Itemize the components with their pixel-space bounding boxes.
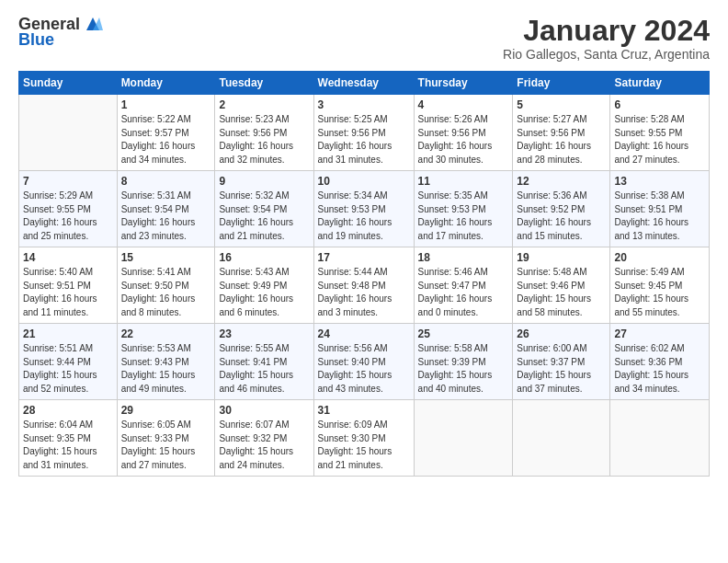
calendar-cell: 17Sunrise: 5:44 AM Sunset: 9:48 PM Dayli… — [313, 247, 414, 324]
day-info: Sunrise: 5:43 AM Sunset: 9:49 PM Dayligh… — [219, 266, 309, 319]
day-number: 29 — [121, 404, 211, 417]
day-info: Sunrise: 5:56 AM Sunset: 9:40 PM Dayligh… — [318, 342, 410, 396]
logo: General Blue — [18, 15, 103, 50]
day-number: 12 — [517, 175, 606, 188]
day-number: 8 — [121, 175, 211, 188]
day-number: 25 — [418, 327, 509, 340]
week-row-2: 7Sunrise: 5:29 AM Sunset: 9:55 PM Daylig… — [19, 171, 710, 247]
calendar-cell: 21Sunrise: 5:51 AM Sunset: 9:44 PM Dayli… — [19, 324, 118, 400]
day-info: Sunrise: 6:05 AM Sunset: 9:33 PM Dayligh… — [121, 419, 211, 472]
calendar-cell: 22Sunrise: 5:53 AM Sunset: 9:43 PM Dayli… — [117, 324, 215, 400]
calendar-cell: 2Sunrise: 5:23 AM Sunset: 9:56 PM Daylig… — [215, 95, 313, 171]
day-info: Sunrise: 5:28 AM Sunset: 9:55 PM Dayligh… — [614, 113, 705, 167]
day-number: 31 — [318, 404, 410, 417]
day-info: Sunrise: 6:07 AM Sunset: 9:32 PM Dayligh… — [219, 419, 309, 472]
day-number: 21 — [23, 327, 113, 340]
day-header-wednesday: Wednesday — [313, 72, 414, 95]
day-number: 3 — [318, 98, 410, 111]
calendar-cell — [610, 400, 710, 477]
day-info: Sunrise: 5:49 AM Sunset: 9:45 PM Dayligh… — [614, 266, 705, 319]
day-info: Sunrise: 5:23 AM Sunset: 9:56 PM Dayligh… — [219, 113, 309, 167]
calendar-cell: 19Sunrise: 5:48 AM Sunset: 9:46 PM Dayli… — [513, 247, 610, 324]
calendar-cell: 8Sunrise: 5:31 AM Sunset: 9:54 PM Daylig… — [117, 171, 215, 247]
page: General Blue January 2024 Rio Gallegos, … — [0, 0, 728, 563]
calendar-cell: 27Sunrise: 6:02 AM Sunset: 9:36 PM Dayli… — [610, 324, 710, 400]
day-info: Sunrise: 6:02 AM Sunset: 9:36 PM Dayligh… — [614, 342, 705, 396]
day-info: Sunrise: 5:53 AM Sunset: 9:43 PM Dayligh… — [121, 342, 211, 396]
calendar-cell: 3Sunrise: 5:25 AM Sunset: 9:56 PM Daylig… — [313, 95, 414, 171]
day-number: 7 — [23, 175, 113, 188]
day-info: Sunrise: 5:31 AM Sunset: 9:54 PM Dayligh… — [121, 190, 211, 243]
calendar-table: SundayMondayTuesdayWednesdayThursdayFrid… — [18, 71, 710, 477]
day-number: 23 — [219, 327, 309, 340]
day-number: 2 — [219, 98, 309, 111]
calendar-cell: 5Sunrise: 5:27 AM Sunset: 9:56 PM Daylig… — [513, 95, 610, 171]
calendar-cell: 24Sunrise: 5:56 AM Sunset: 9:40 PM Dayli… — [313, 324, 414, 400]
day-header-friday: Friday — [513, 72, 610, 95]
day-info: Sunrise: 5:25 AM Sunset: 9:56 PM Dayligh… — [318, 113, 410, 167]
day-info: Sunrise: 5:35 AM Sunset: 9:53 PM Dayligh… — [418, 190, 509, 243]
day-number: 5 — [517, 98, 606, 111]
calendar-cell: 18Sunrise: 5:46 AM Sunset: 9:47 PM Dayli… — [414, 247, 513, 324]
calendar-cell: 16Sunrise: 5:43 AM Sunset: 9:49 PM Dayli… — [215, 247, 313, 324]
calendar-cell: 1Sunrise: 5:22 AM Sunset: 9:57 PM Daylig… — [117, 95, 215, 171]
day-number: 24 — [318, 327, 410, 340]
header-row: SundayMondayTuesdayWednesdayThursdayFrid… — [19, 72, 710, 95]
calendar-cell: 15Sunrise: 5:41 AM Sunset: 9:50 PM Dayli… — [117, 247, 215, 324]
week-row-1: 1Sunrise: 5:22 AM Sunset: 9:57 PM Daylig… — [19, 95, 710, 171]
calendar-cell: 12Sunrise: 5:36 AM Sunset: 9:52 PM Dayli… — [513, 171, 610, 247]
day-info: Sunrise: 5:22 AM Sunset: 9:57 PM Dayligh… — [121, 113, 211, 167]
sub-title: Rio Gallegos, Santa Cruz, Argentina — [503, 47, 710, 62]
day-number: 14 — [23, 251, 113, 264]
day-number: 17 — [318, 251, 410, 264]
day-number: 9 — [219, 175, 309, 188]
calendar-cell: 11Sunrise: 5:35 AM Sunset: 9:53 PM Dayli… — [414, 171, 513, 247]
day-info: Sunrise: 5:58 AM Sunset: 9:39 PM Dayligh… — [418, 342, 509, 396]
day-info: Sunrise: 5:46 AM Sunset: 9:47 PM Dayligh… — [418, 266, 509, 319]
calendar-cell: 20Sunrise: 5:49 AM Sunset: 9:45 PM Dayli… — [610, 247, 710, 324]
day-info: Sunrise: 6:04 AM Sunset: 9:35 PM Dayligh… — [23, 419, 113, 472]
week-row-3: 14Sunrise: 5:40 AM Sunset: 9:51 PM Dayli… — [19, 247, 710, 324]
calendar-cell — [513, 400, 610, 477]
day-number: 11 — [418, 175, 509, 188]
calendar-cell: 14Sunrise: 5:40 AM Sunset: 9:51 PM Dayli… — [19, 247, 118, 324]
day-info: Sunrise: 5:44 AM Sunset: 9:48 PM Dayligh… — [318, 266, 410, 319]
day-number: 10 — [318, 175, 410, 188]
calendar-header: SundayMondayTuesdayWednesdayThursdayFrid… — [19, 72, 710, 95]
calendar-cell — [19, 95, 118, 171]
week-row-4: 21Sunrise: 5:51 AM Sunset: 9:44 PM Dayli… — [19, 324, 710, 400]
calendar-cell: 29Sunrise: 6:05 AM Sunset: 9:33 PM Dayli… — [117, 400, 215, 477]
calendar-cell — [414, 400, 513, 477]
day-number: 4 — [418, 98, 509, 111]
day-info: Sunrise: 5:38 AM Sunset: 9:51 PM Dayligh… — [614, 190, 705, 243]
calendar-cell: 10Sunrise: 5:34 AM Sunset: 9:53 PM Dayli… — [313, 171, 414, 247]
day-info: Sunrise: 5:27 AM Sunset: 9:56 PM Dayligh… — [517, 113, 606, 167]
title-block: January 2024 Rio Gallegos, Santa Cruz, A… — [503, 15, 710, 62]
day-number: 30 — [219, 404, 309, 417]
day-info: Sunrise: 6:09 AM Sunset: 9:30 PM Dayligh… — [318, 419, 410, 472]
calendar-cell: 30Sunrise: 6:07 AM Sunset: 9:32 PM Dayli… — [215, 400, 313, 477]
calendar-cell: 26Sunrise: 6:00 AM Sunset: 9:37 PM Dayli… — [513, 324, 610, 400]
day-number: 13 — [614, 175, 705, 188]
day-info: Sunrise: 5:55 AM Sunset: 9:41 PM Dayligh… — [219, 342, 309, 396]
day-number: 6 — [614, 98, 705, 111]
main-title: January 2024 — [503, 15, 710, 47]
day-number: 19 — [517, 251, 606, 264]
day-header-monday: Monday — [117, 72, 215, 95]
day-info: Sunrise: 5:26 AM Sunset: 9:56 PM Dayligh… — [418, 113, 509, 167]
week-row-5: 28Sunrise: 6:04 AM Sunset: 9:35 PM Dayli… — [19, 400, 710, 477]
calendar-cell: 4Sunrise: 5:26 AM Sunset: 9:56 PM Daylig… — [414, 95, 513, 171]
day-number: 26 — [517, 327, 606, 340]
calendar-cell: 25Sunrise: 5:58 AM Sunset: 9:39 PM Dayli… — [414, 324, 513, 400]
day-info: Sunrise: 5:34 AM Sunset: 9:53 PM Dayligh… — [318, 190, 410, 243]
day-header-saturday: Saturday — [610, 72, 710, 95]
calendar-cell: 31Sunrise: 6:09 AM Sunset: 9:30 PM Dayli… — [313, 400, 414, 477]
calendar-cell: 7Sunrise: 5:29 AM Sunset: 9:55 PM Daylig… — [19, 171, 118, 247]
calendar-cell: 6Sunrise: 5:28 AM Sunset: 9:55 PM Daylig… — [610, 95, 710, 171]
day-number: 15 — [121, 251, 211, 264]
day-number: 20 — [614, 251, 705, 264]
day-number: 16 — [219, 251, 309, 264]
logo-icon — [83, 14, 103, 34]
calendar-cell: 13Sunrise: 5:38 AM Sunset: 9:51 PM Dayli… — [610, 171, 710, 247]
calendar-cell: 9Sunrise: 5:32 AM Sunset: 9:54 PM Daylig… — [215, 171, 313, 247]
